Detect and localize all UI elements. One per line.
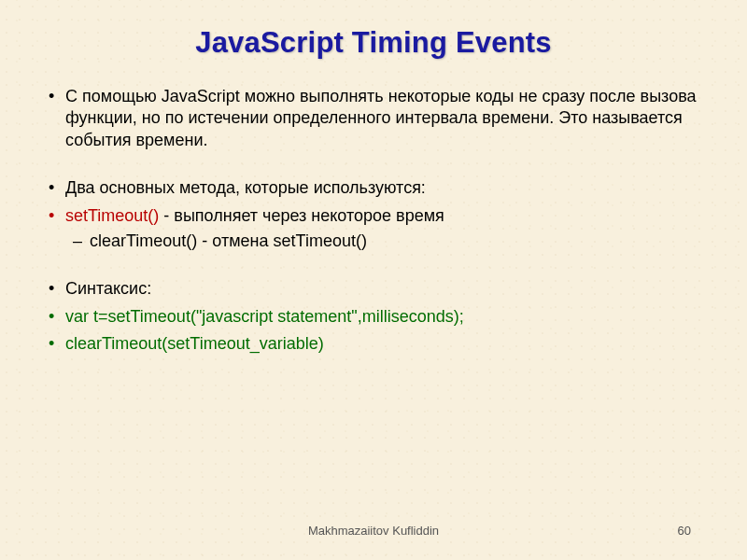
slide: JavaScript Timing Events С помощью JavaS… [0,0,747,560]
bullet-syntax-2: clearTimeout(setTimeout_variable) [65,333,702,355]
spacer [65,258,702,278]
bullet-syntax-1: var t=setTimeout("javascript statement",… [65,306,702,328]
cleartimeout-desc: - отмена setTimeout() [197,231,367,250]
sub-list: clearTimeout() - отмена setTimeout() [65,231,702,252]
spacer [65,157,702,177]
bullet-settimeout: setTimeout() - выполняет через некоторое… [65,205,702,253]
cleartimeout-fn: clearTimeout() [90,231,197,250]
settimeout-fn: setTimeout() [65,206,159,225]
bullet-intro: С помощью JavaScript можно выполнять нек… [65,86,702,151]
footer-page-number: 60 [678,524,691,538]
sub-cleartimeout: clearTimeout() - отмена setTimeout() [90,231,702,252]
footer-author: Makhmazaiitov Kufliddin [308,524,439,538]
bullet-methods-intro: Два основных метода, которые используютс… [65,177,702,199]
slide-title: JavaScript Timing Events [45,26,702,60]
bullet-syntax-label: Синтаксис: [65,278,702,300]
settimeout-desc: - выполняет через некоторое время [159,206,444,225]
bullet-list: С помощью JavaScript можно выполнять нек… [45,86,702,356]
